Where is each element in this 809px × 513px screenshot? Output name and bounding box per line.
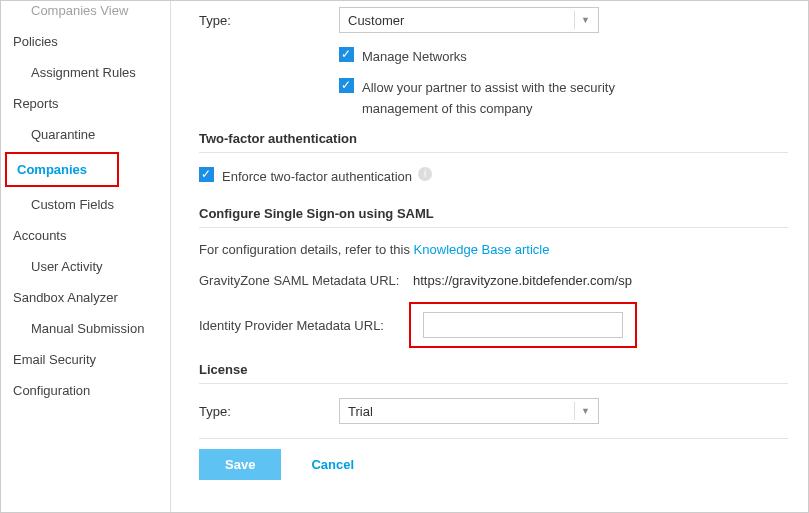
two-factor-section-title: Two-factor authentication: [199, 131, 788, 146]
info-icon[interactable]: i: [418, 167, 432, 181]
allow-partner-checkbox[interactable]: [339, 78, 354, 93]
allow-partner-label: Allow your partner to assist with the se…: [362, 78, 682, 120]
sso-help-prefix: For configuration details, refer to this: [199, 242, 414, 257]
license-section-title: License: [199, 362, 788, 377]
sidebar-item-assignment-rules[interactable]: Assignment Rules: [1, 57, 170, 88]
divider: [199, 152, 788, 153]
sidebar-item-companies-view[interactable]: Companies View: [1, 0, 170, 26]
enforce-2fa-checkbox[interactable]: [199, 167, 214, 182]
sidebar-item-user-activity[interactable]: User Activity: [1, 251, 170, 282]
sidebar-item-policies[interactable]: Policies: [1, 26, 170, 57]
saml-url-value: https://gravityzone.bitdefender.com/sp: [409, 273, 632, 288]
sidebar-item-sandbox-analyzer[interactable]: Sandbox Analyzer: [1, 282, 170, 313]
idp-url-input[interactable]: [423, 312, 623, 338]
license-type-label: Type:: [199, 404, 339, 419]
save-button[interactable]: Save: [199, 449, 281, 480]
type-select-value: Customer: [348, 13, 404, 28]
saml-url-label: GravityZone SAML Metadata URL:: [199, 273, 409, 288]
divider: [199, 383, 788, 384]
license-type-select[interactable]: Trial ▼: [339, 398, 599, 424]
license-type-value: Trial: [348, 404, 373, 419]
sidebar-item-configuration[interactable]: Configuration: [1, 375, 170, 406]
divider: [199, 227, 788, 228]
sso-section-title: Configure Single Sign-on using SAML: [199, 206, 788, 221]
sidebar-item-companies[interactable]: Companies: [5, 152, 119, 187]
enforce-2fa-label: Enforce two-factor authentication: [222, 167, 412, 188]
manage-networks-label: Manage Networks: [362, 47, 467, 68]
sidebar: Companies View Policies Assignment Rules…: [1, 1, 171, 512]
idp-url-label: Identity Provider Metadata URL:: [199, 318, 409, 333]
cancel-button[interactable]: Cancel: [311, 457, 354, 472]
footer: Save Cancel: [199, 438, 788, 480]
main-content: Type: Customer ▼ Manage Networks Allow y…: [171, 1, 808, 512]
sidebar-item-reports[interactable]: Reports: [1, 88, 170, 119]
sidebar-item-email-security[interactable]: Email Security: [1, 344, 170, 375]
sso-help-text: For configuration details, refer to this…: [199, 242, 788, 257]
chevron-down-icon: ▼: [574, 11, 590, 29]
sidebar-item-custom-fields[interactable]: Custom Fields: [1, 189, 170, 220]
manage-networks-checkbox[interactable]: [339, 47, 354, 62]
sidebar-item-accounts[interactable]: Accounts: [1, 220, 170, 251]
sidebar-item-manual-submission[interactable]: Manual Submission: [1, 313, 170, 344]
knowledge-base-link[interactable]: Knowledge Base article: [414, 242, 550, 257]
type-select[interactable]: Customer ▼: [339, 7, 599, 33]
idp-url-highlight: [409, 302, 637, 348]
sidebar-item-quarantine[interactable]: Quarantine: [1, 119, 170, 150]
chevron-down-icon: ▼: [574, 402, 590, 420]
type-label: Type:: [199, 13, 339, 28]
